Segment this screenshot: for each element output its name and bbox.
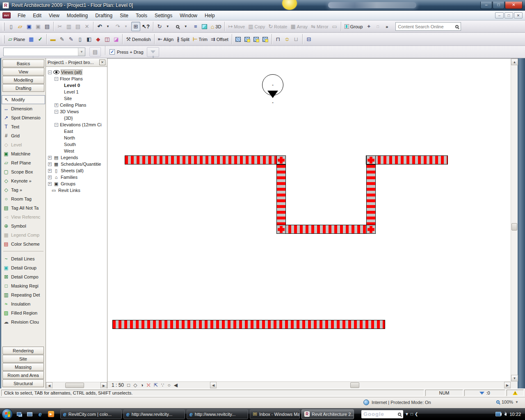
zoom-button[interactable] bbox=[173, 22, 182, 31]
split-face-button[interactable]: ◧ bbox=[84, 34, 94, 44]
reveal-hidden-elements-icon[interactable]: ∵ bbox=[161, 383, 164, 388]
delete-button[interactable]: ✕ bbox=[82, 22, 91, 31]
split-button[interactable]: ∦Split bbox=[175, 34, 191, 44]
taskbar-button-revit-architecture-2[interactable]: RRevit Architecture 2... bbox=[301, 409, 354, 419]
camera-3d-button[interactable]: ⌂3D bbox=[209, 22, 223, 31]
trim-button[interactable]: ⊢Trim bbox=[191, 34, 209, 44]
deskbar-restore-icon[interactable]: □ bbox=[411, 412, 413, 416]
paste-button[interactable]: ▤ bbox=[73, 22, 82, 31]
tool-spot-dimensio[interactable]: ↗Spot Dimensio bbox=[2, 113, 45, 122]
tree-expander-icon[interactable]: + bbox=[48, 162, 52, 166]
warnings-cell[interactable] bbox=[507, 390, 524, 396]
tree-item-families[interactable]: +⌂Families bbox=[47, 174, 107, 180]
drawing-area[interactable]: - - ▲ ▼ 1 : 50 □ ◇ ◑ ⛌ ⇱ ∵ ○ ◀ ◀ ▶ bbox=[107, 58, 518, 388]
tree-item-west[interactable]: West bbox=[47, 148, 107, 154]
tool-detail-group[interactable]: ▣Detail Group bbox=[2, 263, 45, 272]
design-tab-structural[interactable]: Structural bbox=[2, 379, 44, 387]
tool-insulation[interactable]: ≈Insulation bbox=[2, 299, 45, 308]
wall-segment[interactable] bbox=[276, 164, 286, 234]
temporary-hide-isolate-icon[interactable]: ○ bbox=[167, 383, 170, 388]
save-to-central-button[interactable]: ▣ bbox=[34, 22, 43, 31]
tree-expander-icon[interactable]: − bbox=[55, 77, 58, 81]
copy-clipboard-button[interactable]: ▥ bbox=[64, 22, 73, 31]
scroll-down-icon[interactable]: ▼ bbox=[511, 375, 518, 381]
tool-tag-all-not-ta[interactable]: ▤Tag All Not Ta bbox=[2, 203, 45, 212]
wall-joins-button[interactable]: ⊓ bbox=[274, 34, 283, 44]
mirror-button[interactable]: ⇋Mirror bbox=[309, 22, 330, 31]
work-plane-button[interactable]: ▱Plane bbox=[7, 34, 27, 44]
clock[interactable]: 10:22 bbox=[509, 412, 521, 417]
tree-item-3d[interactable]: {3D} bbox=[47, 115, 107, 121]
demolish-button[interactable]: ⚒Demolish bbox=[124, 34, 153, 44]
volume-icon[interactable] bbox=[504, 413, 507, 416]
wall-segment[interactable] bbox=[366, 164, 376, 234]
wall-corner-cross[interactable] bbox=[276, 155, 286, 164]
save-button[interactable]: ▣ bbox=[25, 22, 34, 31]
copy-button[interactable]: ▥Copy bbox=[247, 22, 267, 31]
tree-item-east[interactable]: East bbox=[47, 128, 107, 135]
menu-window[interactable]: Window bbox=[176, 11, 201, 20]
redo-button[interactable]: ↷ bbox=[113, 22, 122, 31]
unjoin-geometry-button[interactable] bbox=[243, 34, 252, 44]
view-scale[interactable]: 1 : 50 bbox=[112, 382, 124, 388]
toolbar-grip[interactable] bbox=[3, 23, 5, 31]
tree-item-sheets-all[interactable]: +▯Sheets (all) bbox=[47, 167, 107, 174]
print-button[interactable]: ▤ bbox=[43, 22, 52, 31]
taskbar-button-http-www-revitcity[interactable]: ehttp://www.revitcity... bbox=[187, 409, 248, 419]
cut-button[interactable]: ✂ bbox=[55, 22, 64, 31]
wall-segment[interactable] bbox=[366, 155, 448, 164]
menu-file[interactable]: File bbox=[14, 11, 29, 20]
viewbar-collapse-icon[interactable]: ◀ bbox=[174, 383, 178, 388]
scroll-left-icon[interactable]: ◀ bbox=[46, 382, 52, 389]
element-properties-button[interactable]: ▤ bbox=[89, 47, 101, 57]
spelling-button[interactable]: ✓ bbox=[36, 34, 45, 44]
canvas-hscrollbar[interactable]: ◀ ▶ bbox=[210, 382, 511, 388]
tape-measure-button[interactable]: ▬ bbox=[48, 34, 57, 44]
scroll-right-icon[interactable]: ▶ bbox=[504, 382, 511, 388]
paint-button[interactable]: ✎ bbox=[66, 34, 75, 44]
tool-detail-compo[interactable]: ⊠Detail Compo bbox=[2, 272, 45, 281]
brush-button[interactable]: ◆ bbox=[94, 34, 103, 44]
close-button[interactable]: ✕ bbox=[505, 2, 523, 9]
cut-geometry-button[interactable] bbox=[252, 34, 261, 44]
wall-segment[interactable] bbox=[125, 155, 286, 164]
tree-expander-icon[interactable]: + bbox=[48, 156, 52, 160]
deskbar-search-icon[interactable] bbox=[398, 413, 401, 416]
floor-plan-view[interactable]: - - bbox=[107, 59, 511, 381]
menu-view[interactable]: View bbox=[45, 11, 63, 20]
tree-expander-icon[interactable]: + bbox=[48, 182, 52, 186]
scroll-left-icon[interactable]: ◀ bbox=[210, 382, 217, 388]
tree-item-north[interactable]: North bbox=[47, 135, 107, 141]
restore-button[interactable]: □ bbox=[493, 2, 504, 9]
tool-legend-comp[interactable]: ▦Legend Comp bbox=[2, 231, 45, 240]
resize-button[interactable]: ▭ bbox=[330, 22, 339, 31]
menu-settings[interactable]: Settings bbox=[151, 11, 176, 20]
design-tab-room-and-area[interactable]: Room and Area bbox=[2, 371, 44, 379]
type-selector[interactable]: ▼ bbox=[3, 48, 85, 56]
taskbar-button-http-www-revitcity[interactable]: ehttp://www.revitcity... bbox=[123, 409, 185, 419]
mdi-restore-button[interactable]: □ bbox=[504, 12, 513, 18]
menu-edit[interactable]: Edit bbox=[29, 11, 45, 20]
wall-segment[interactable] bbox=[276, 225, 376, 234]
mdi-minimize-button[interactable]: – bbox=[495, 12, 504, 18]
taskbar-button-revitcity-com-colo[interactable]: eRevitCity.com | colo... bbox=[60, 409, 122, 419]
tree-item-revit-links[interactable]: ▭Revit Links bbox=[47, 187, 107, 194]
detail-level-icon[interactable]: □ bbox=[127, 383, 130, 388]
elevation-marker-arrow-icon[interactable] bbox=[267, 91, 278, 98]
offset-button[interactable]: ⇉Offset bbox=[209, 34, 230, 44]
minimize-button[interactable]: – bbox=[480, 2, 492, 9]
linework-button[interactable]: ▯ bbox=[75, 34, 84, 44]
dynamically-modify-view-button[interactable]: ↻ bbox=[155, 22, 164, 31]
menu-tools[interactable]: Tools bbox=[132, 11, 151, 20]
tree-item-3d-views[interactable]: −3D Views bbox=[47, 108, 107, 115]
view-dropdown[interactable]: ▼ bbox=[164, 22, 173, 31]
scroll-thumb[interactable] bbox=[350, 382, 359, 388]
project-browser-close-icon[interactable]: ✕ bbox=[99, 59, 105, 65]
design-tab-site[interactable]: Site bbox=[2, 355, 44, 363]
toolbar-overflow-chevron[interactable]: » bbox=[382, 22, 391, 31]
tree-item-schedules-quantitie[interactable]: +▦Schedules/Quantitie bbox=[47, 161, 107, 167]
project-browser-hscrollbar[interactable]: ◀ ▶ bbox=[46, 382, 107, 388]
tree-expander-icon[interactable]: − bbox=[55, 110, 58, 114]
zoom-dropdown-icon[interactable]: ▼ bbox=[515, 400, 518, 404]
tool-scope-box[interactable]: ▢Scope Box bbox=[2, 167, 45, 176]
